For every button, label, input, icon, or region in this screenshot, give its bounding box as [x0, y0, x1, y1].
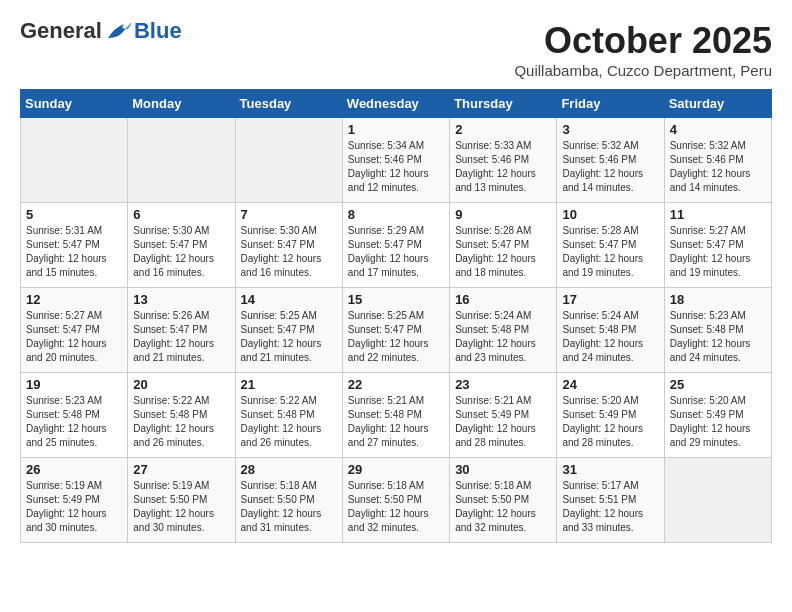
day-info-line: Daylight: 12 hours [670, 422, 766, 436]
day-cell-16: 16Sunrise: 5:24 AMSunset: 5:48 PMDayligh… [450, 288, 557, 373]
day-info-line: Sunrise: 5:27 AM [670, 224, 766, 238]
day-info-line: Sunrise: 5:20 AM [670, 394, 766, 408]
day-info-line: and 17 minutes. [348, 266, 444, 280]
day-info-line: Daylight: 12 hours [348, 507, 444, 521]
day-info-line: and 26 minutes. [241, 436, 337, 450]
day-cell-23: 23Sunrise: 5:21 AMSunset: 5:49 PMDayligh… [450, 373, 557, 458]
logo-general: General [20, 20, 102, 42]
empty-cell [664, 458, 771, 543]
day-info-line: and 32 minutes. [455, 521, 551, 535]
day-number: 28 [241, 462, 337, 477]
day-info-line: and 23 minutes. [455, 351, 551, 365]
day-info-line: Sunset: 5:46 PM [348, 153, 444, 167]
day-info-line: Sunset: 5:50 PM [241, 493, 337, 507]
day-info-line: Sunset: 5:49 PM [26, 493, 122, 507]
day-info-line: Sunset: 5:48 PM [348, 408, 444, 422]
day-info-line: Sunset: 5:50 PM [133, 493, 229, 507]
day-info-line: and 31 minutes. [241, 521, 337, 535]
day-number: 3 [562, 122, 658, 137]
calendar-table: SundayMondayTuesdayWednesdayThursdayFrid… [20, 89, 772, 543]
day-cell-9: 9Sunrise: 5:28 AMSunset: 5:47 PMDaylight… [450, 203, 557, 288]
day-info-line: Daylight: 12 hours [670, 252, 766, 266]
day-number: 30 [455, 462, 551, 477]
day-info-line: Sunset: 5:47 PM [241, 238, 337, 252]
day-cell-21: 21Sunrise: 5:22 AMSunset: 5:48 PMDayligh… [235, 373, 342, 458]
day-info-line: Sunrise: 5:19 AM [26, 479, 122, 493]
day-number: 23 [455, 377, 551, 392]
day-info-line: Sunrise: 5:21 AM [455, 394, 551, 408]
day-info-line: Daylight: 12 hours [455, 507, 551, 521]
day-cell-8: 8Sunrise: 5:29 AMSunset: 5:47 PMDaylight… [342, 203, 449, 288]
day-info-line: and 15 minutes. [26, 266, 122, 280]
day-cell-31: 31Sunrise: 5:17 AMSunset: 5:51 PMDayligh… [557, 458, 664, 543]
day-number: 21 [241, 377, 337, 392]
empty-cell [128, 118, 235, 203]
week-row-5: 26Sunrise: 5:19 AMSunset: 5:49 PMDayligh… [21, 458, 772, 543]
day-info-line: and 33 minutes. [562, 521, 658, 535]
day-number: 6 [133, 207, 229, 222]
day-number: 14 [241, 292, 337, 307]
day-info-line: Sunset: 5:49 PM [670, 408, 766, 422]
day-info-line: and 16 minutes. [241, 266, 337, 280]
day-info-line: and 12 minutes. [348, 181, 444, 195]
day-info-line: Sunset: 5:48 PM [241, 408, 337, 422]
day-info-line: Sunset: 5:47 PM [348, 323, 444, 337]
day-cell-1: 1Sunrise: 5:34 AMSunset: 5:46 PMDaylight… [342, 118, 449, 203]
day-number: 8 [348, 207, 444, 222]
weekday-header-sunday: Sunday [21, 90, 128, 118]
logo-blue: Blue [134, 20, 182, 42]
weekday-header-row: SundayMondayTuesdayWednesdayThursdayFrid… [21, 90, 772, 118]
day-info-line: Sunset: 5:47 PM [26, 323, 122, 337]
day-info-line: Sunset: 5:50 PM [455, 493, 551, 507]
day-info-line: Daylight: 12 hours [133, 337, 229, 351]
day-info-line: Sunrise: 5:18 AM [348, 479, 444, 493]
day-number: 31 [562, 462, 658, 477]
day-number: 4 [670, 122, 766, 137]
day-cell-6: 6Sunrise: 5:30 AMSunset: 5:47 PMDaylight… [128, 203, 235, 288]
day-cell-27: 27Sunrise: 5:19 AMSunset: 5:50 PMDayligh… [128, 458, 235, 543]
day-info-line: Sunset: 5:47 PM [133, 323, 229, 337]
day-info-line: Sunset: 5:49 PM [455, 408, 551, 422]
page-header: General Blue October 2025 Quillabamba, C… [20, 20, 772, 79]
day-info-line: Daylight: 12 hours [241, 337, 337, 351]
day-info-line: Sunrise: 5:30 AM [133, 224, 229, 238]
day-info-line: Sunset: 5:47 PM [455, 238, 551, 252]
day-info-line: Daylight: 12 hours [241, 252, 337, 266]
day-info-line: and 32 minutes. [348, 521, 444, 535]
logo: General Blue [20, 20, 182, 42]
day-info-line: Sunset: 5:46 PM [455, 153, 551, 167]
logo-bird-icon [104, 20, 132, 42]
day-info-line: and 28 minutes. [562, 436, 658, 450]
day-cell-20: 20Sunrise: 5:22 AMSunset: 5:48 PMDayligh… [128, 373, 235, 458]
day-info-line: and 13 minutes. [455, 181, 551, 195]
day-number: 22 [348, 377, 444, 392]
day-number: 13 [133, 292, 229, 307]
day-number: 18 [670, 292, 766, 307]
day-info-line: and 21 minutes. [133, 351, 229, 365]
day-info-line: Sunrise: 5:28 AM [455, 224, 551, 238]
day-info-line: Daylight: 12 hours [133, 252, 229, 266]
day-cell-29: 29Sunrise: 5:18 AMSunset: 5:50 PMDayligh… [342, 458, 449, 543]
day-info-line: Daylight: 12 hours [670, 337, 766, 351]
day-cell-10: 10Sunrise: 5:28 AMSunset: 5:47 PMDayligh… [557, 203, 664, 288]
day-info-line: Sunrise: 5:25 AM [241, 309, 337, 323]
week-row-4: 19Sunrise: 5:23 AMSunset: 5:48 PMDayligh… [21, 373, 772, 458]
day-info-line: Daylight: 12 hours [562, 337, 658, 351]
day-info-line: Daylight: 12 hours [26, 252, 122, 266]
day-cell-4: 4Sunrise: 5:32 AMSunset: 5:46 PMDaylight… [664, 118, 771, 203]
title-area: October 2025 Quillabamba, Cuzco Departme… [514, 20, 772, 79]
day-info-line: Daylight: 12 hours [26, 507, 122, 521]
day-info-line: Sunset: 5:48 PM [670, 323, 766, 337]
day-cell-24: 24Sunrise: 5:20 AMSunset: 5:49 PMDayligh… [557, 373, 664, 458]
day-info-line: Sunrise: 5:18 AM [241, 479, 337, 493]
day-info-line: Daylight: 12 hours [241, 507, 337, 521]
day-info-line: and 21 minutes. [241, 351, 337, 365]
day-info-line: Sunrise: 5:24 AM [562, 309, 658, 323]
day-info-line: Sunrise: 5:21 AM [348, 394, 444, 408]
day-info-line: Sunset: 5:47 PM [562, 238, 658, 252]
day-info-line: and 24 minutes. [562, 351, 658, 365]
day-info-line: Sunrise: 5:34 AM [348, 139, 444, 153]
day-info-line: Sunset: 5:46 PM [670, 153, 766, 167]
day-info-line: and 14 minutes. [562, 181, 658, 195]
day-cell-7: 7Sunrise: 5:30 AMSunset: 5:47 PMDaylight… [235, 203, 342, 288]
